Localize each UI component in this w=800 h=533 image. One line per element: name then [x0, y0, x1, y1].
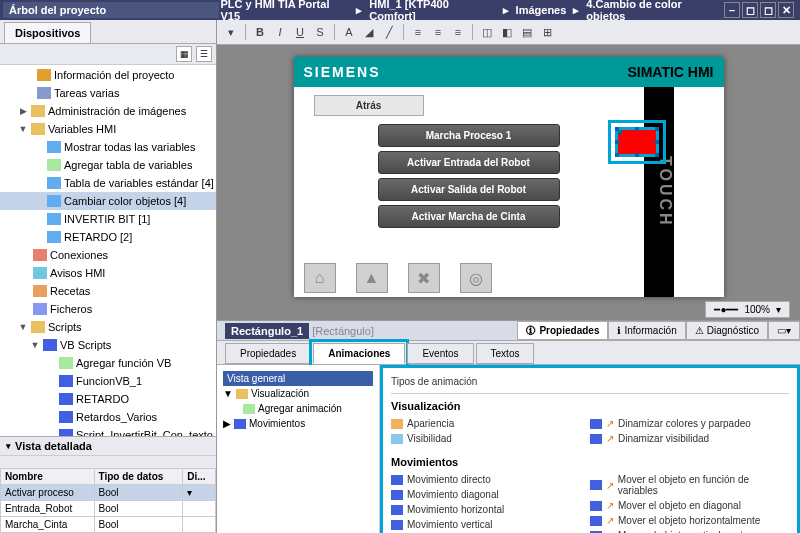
add-anim-icon: [590, 434, 602, 444]
tab-information[interactable]: ℹInformación: [608, 321, 685, 340]
collapse-icon[interactable]: ▼: [18, 124, 28, 134]
tree-item[interactable]: Ficheros: [50, 303, 214, 315]
tree-item[interactable]: VB Scripts: [60, 339, 214, 351]
anim-visualization: ▼Visualización: [223, 386, 373, 401]
minimize-icon[interactable]: –: [724, 2, 740, 18]
nav-settings-icon[interactable]: ◎: [460, 263, 492, 293]
anim-add-move-vars[interactable]: ↗Mover el objeto en función de variables: [590, 472, 789, 498]
card-icon: [37, 87, 51, 99]
subtab-animations[interactable]: Animaciones: [313, 343, 405, 364]
tree-tool-icon[interactable]: ☰: [196, 46, 212, 62]
tree-item[interactable]: Agregar tabla de variables: [64, 159, 214, 171]
tree-item[interactable]: Script_InvertirBit_Con_texto: [76, 429, 214, 436]
line-color-icon[interactable]: ╱: [381, 24, 397, 40]
project-tree[interactable]: Información del proyecto Tareas varias ▶…: [0, 65, 216, 436]
anim-move-direct[interactable]: Movimiento directo: [391, 472, 590, 487]
anim-appearance[interactable]: Apariencia: [391, 416, 590, 431]
close-icon[interactable]: ✕: [778, 2, 794, 18]
hmi-button[interactable]: Activar Marcha de Cinta: [378, 205, 560, 228]
tree-item[interactable]: Conexiones: [50, 249, 214, 261]
font-select[interactable]: ▾: [223, 24, 239, 40]
anim-add-move-horiz[interactable]: ↗Mover el objeto horizontalmente: [590, 513, 789, 528]
collapse-icon[interactable]: ▾: [6, 441, 11, 451]
folder-icon: [31, 123, 45, 135]
collapse-icon[interactable]: ▼: [18, 322, 28, 332]
tree-item[interactable]: Información del proyecto: [54, 69, 214, 81]
anim-move-horizontal[interactable]: Movimiento horizontal: [391, 502, 590, 517]
hmi-button[interactable]: Activar Salida del Robot: [378, 178, 560, 201]
tree-item[interactable]: Avisos HMI: [50, 267, 214, 279]
tree-item[interactable]: Mostrar todas las variables: [64, 141, 214, 153]
anim-add-move-vert[interactable]: ↗Mover el objeto verticalmente: [590, 528, 789, 533]
crumb-project[interactable]: PLC y HMI TIA Portal V15: [220, 0, 349, 22]
anim-overview[interactable]: Vista general: [223, 371, 373, 386]
hmi-button[interactable]: Marcha Proceso 1: [378, 124, 560, 147]
col-name[interactable]: Nombre: [1, 469, 95, 485]
collapse-icon[interactable]: ▼: [223, 388, 233, 399]
animation-content: Tipos de animación Visualización Aparien…: [380, 365, 800, 533]
animation-tree[interactable]: Vista general ▼Visualización Agregar ani…: [217, 365, 380, 533]
tree-item[interactable]: Recetas: [50, 285, 214, 297]
tree-item[interactable]: Tareas varias: [54, 87, 214, 99]
col-dir[interactable]: Di...: [183, 469, 216, 485]
tree-item[interactable]: Scripts: [48, 321, 214, 333]
selected-rectangle[interactable]: [615, 127, 659, 157]
devices-tab[interactable]: Dispositivos: [4, 22, 91, 43]
anim-move-vertical[interactable]: Movimiento vertical: [391, 517, 590, 532]
zoom-slider[interactable]: ━●━━: [714, 304, 738, 315]
bold-icon[interactable]: B: [252, 24, 268, 40]
crumb-folder[interactable]: Imágenes: [516, 4, 567, 16]
anim-add-colors[interactable]: ↗Dinamizar colores y parpadeo: [590, 416, 789, 431]
tree-item[interactable]: Variables HMI: [48, 123, 214, 135]
shape-icon[interactable]: ◫: [479, 24, 495, 40]
zoom-control[interactable]: ━●━━ 100%▾: [705, 301, 790, 318]
subtab-events[interactable]: Eventos: [407, 343, 473, 364]
arrange-icon[interactable]: ◧: [499, 24, 515, 40]
tree-item[interactable]: RETARDO: [76, 393, 214, 405]
align-center-icon[interactable]: ≡: [430, 24, 446, 40]
tree-item[interactable]: Agregar función VB: [76, 357, 214, 369]
nav-tools-icon[interactable]: ✖: [408, 263, 440, 293]
collapse-icon[interactable]: ▼: [30, 340, 40, 350]
anim-add-move-diag[interactable]: ↗Mover el objeto en diagonal: [590, 498, 789, 513]
tree-item[interactable]: Retardos_Varios: [76, 411, 214, 423]
subtab-texts[interactable]: Textos: [476, 343, 535, 364]
strike-icon[interactable]: S: [312, 24, 328, 40]
screen-canvas[interactable]: SIEMENS SIMATIC HMI Atrás Marcha Proceso…: [217, 45, 800, 320]
group-icon[interactable]: ⊞: [539, 24, 555, 40]
text-color-icon[interactable]: A: [341, 24, 357, 40]
tab-properties[interactable]: 🛈Propiedades: [517, 321, 608, 340]
add-anim-icon: [590, 501, 602, 511]
tab-diagnostics[interactable]: ⚠Diagnóstico: [686, 321, 768, 340]
tree-tool-icon[interactable]: ▦: [176, 46, 192, 62]
appearance-icon: [391, 419, 403, 429]
layer-icon[interactable]: ▤: [519, 24, 535, 40]
nav-home-icon[interactable]: ⌂: [304, 263, 336, 293]
detail-table[interactable]: NombreTipo de datosDi... Activar proceso…: [0, 468, 216, 533]
italic-icon[interactable]: I: [272, 24, 288, 40]
crumb-device[interactable]: HMI_1 [KTP400 Comfort]: [369, 0, 495, 22]
hmi-button[interactable]: Activar Entrada del Robot: [378, 151, 560, 174]
col-type[interactable]: Tipo de datos: [94, 469, 183, 485]
panel-menu-icon[interactable]: ▭▾: [768, 321, 800, 340]
nav-up-icon[interactable]: ▲: [356, 263, 388, 293]
expand-icon[interactable]: ▶: [18, 106, 28, 116]
subtab-properties[interactable]: Propiedades: [225, 343, 311, 364]
underline-icon[interactable]: U: [292, 24, 308, 40]
anim-visibility[interactable]: Visibilidad: [391, 431, 590, 446]
anim-add-visibility[interactable]: ↗Dinamizar visibilidad: [590, 431, 789, 446]
tree-item[interactable]: Tabla de variables estándar [4]: [64, 177, 214, 189]
tree-item[interactable]: Administración de imágenes: [48, 105, 214, 117]
restore-icon[interactable]: ◻: [742, 2, 758, 18]
object-type: [Rectángulo]: [312, 325, 374, 337]
fill-color-icon[interactable]: ◢: [361, 24, 377, 40]
anim-move-diagonal[interactable]: Movimiento diagonal: [391, 487, 590, 502]
expand-icon[interactable]: ▶: [223, 418, 231, 429]
maximize-icon[interactable]: ◻: [760, 2, 776, 18]
tree-item[interactable]: FuncionVB_1: [76, 375, 214, 387]
align-right-icon[interactable]: ≡: [450, 24, 466, 40]
tree-item[interactable]: INVERTIR BIT [1]: [64, 213, 214, 225]
back-button[interactable]: Atrás: [314, 95, 424, 116]
tree-item[interactable]: RETARDO [2]: [64, 231, 214, 243]
align-left-icon[interactable]: ≡: [410, 24, 426, 40]
